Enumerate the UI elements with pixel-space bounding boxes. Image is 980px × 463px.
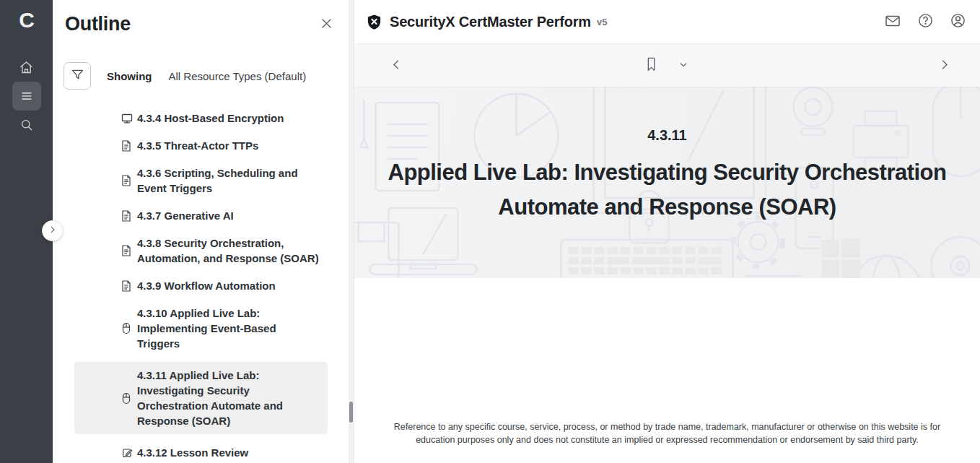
filter-button[interactable] [64,62,91,90]
outline-panel-title: Outline [65,13,131,35]
chevron-right-icon [48,225,57,236]
search-icon [19,118,34,132]
document-icon [121,245,133,256]
outline-item-label: 4.3.4 Host-Based Encryption [137,111,320,126]
mouse-icon [121,392,133,404]
outline-item-label: 4.3.10 Applied Live Lab: Implementing Ev… [137,306,320,351]
outline-menu-button[interactable] [12,82,41,111]
outline-list: 4.3.4 Host-Based Encryption4.3.5 Threat-… [74,109,328,463]
outline-item-label: 4.3.7 Generative AI [137,208,320,223]
edit-icon [121,447,133,459]
chevron-down-icon [679,60,688,72]
previous-page-button[interactable] [386,56,406,76]
course-title: SecurityX CertMaster Perform [390,14,591,30]
search-button[interactable] [12,111,41,139]
document-icon [121,175,133,186]
hamburger-menu-icon [19,89,34,103]
mouse-icon [121,322,133,334]
document-icon [121,140,133,152]
outline-item-label: 4.3.8 Security Orchestration, Automation… [137,235,320,266]
bookmark-dropdown-button[interactable] [673,56,694,76]
header-actions [883,12,968,32]
close-outline-button[interactable] [316,14,336,35]
outline-panel: Outline Showing All Resource Types (Defa… [53,0,354,463]
outline-item[interactable]: 4.3.8 Security Orchestration, Automation… [74,234,328,267]
bookmark-controls [641,56,694,76]
account-button[interactable] [948,12,968,32]
bookmark-icon [644,56,658,75]
chevron-left-icon [390,59,403,73]
outline-scrollbar-thumb[interactable] [349,402,353,423]
outline-item[interactable]: 4.3.10 Applied Live Lab: Implementing Ev… [74,304,328,352]
chevron-right-icon [938,59,950,73]
shield-icon [366,14,382,30]
rail-buttons [12,53,41,139]
outline-item-label: 4.3.5 Threat-Actor TTPs [137,138,320,153]
course-version-badge: v5 [597,17,607,27]
main-content-column: SecurityX CertMaster Perform v5 [354,0,980,463]
funnel-filter-icon [70,67,85,85]
resource-filter-value[interactable]: All Resource Types (Default) [169,70,307,82]
lesson-pager-toolbar [354,44,980,87]
lesson-hero-banner: 4.3.11 Applied Live Lab: Investigating S… [354,87,980,278]
outline-item-label: 4.3.12 Lesson Review [137,445,320,460]
course-header: SecurityX CertMaster Perform v5 [354,0,980,44]
lesson-number: 4.3.11 [354,127,980,144]
comptia-logo: C [19,9,34,31]
next-page-button[interactable] [934,56,954,76]
bookmark-button[interactable] [641,56,661,76]
messages-button[interactable] [883,12,903,32]
outline-item-label: 4.3.9 Workflow Automation [137,278,320,293]
close-icon [320,17,333,33]
outline-item[interactable]: 4.3.6 Scripting, Scheduling and Event Tr… [74,164,328,197]
help-question-icon [917,12,934,31]
monitor-icon [121,113,133,124]
home-button[interactable] [12,53,41,82]
help-button[interactable] [915,12,935,32]
course-brand: SecurityX CertMaster Perform v5 [366,14,607,30]
lesson-content-body: Reference to any specific course, servic… [354,278,980,463]
outline-item[interactable]: 4.3.5 Threat-Actor TTPs [74,137,328,155]
home-icon [19,60,34,75]
outline-item[interactable]: 4.3.11 Applied Live Lab: Investigating S… [74,362,328,434]
app-window: C Outline [0,0,980,463]
lesson-title: Applied Live Lab: Investigating Security… [354,155,980,225]
outline-scrollbar[interactable] [349,0,354,463]
outline-item[interactable]: 4.3.12 Lesson Review [74,443,328,462]
document-icon [121,210,133,222]
showing-label: Showing [107,70,152,82]
outline-item[interactable]: 4.3.7 Generative AI [74,207,328,225]
outline-item-label: 4.3.6 Scripting, Scheduling and Event Tr… [137,165,320,196]
footer-disclaimer: Reference to any specific course, servic… [380,421,954,446]
collapse-outline-button[interactable] [42,220,63,241]
outline-item[interactable]: 4.3.9 Workflow Automation [74,277,328,295]
account-person-icon [950,12,966,31]
mail-icon [884,12,901,32]
resource-filter-row: Showing All Resource Types (Default) [64,62,354,90]
outline-item-label: 4.3.11 Applied Live Lab: Investigating S… [137,368,320,428]
document-icon [121,280,133,292]
outline-header: Outline [53,0,354,35]
outline-item[interactable]: 4.3.4 Host-Based Encryption [74,109,328,127]
